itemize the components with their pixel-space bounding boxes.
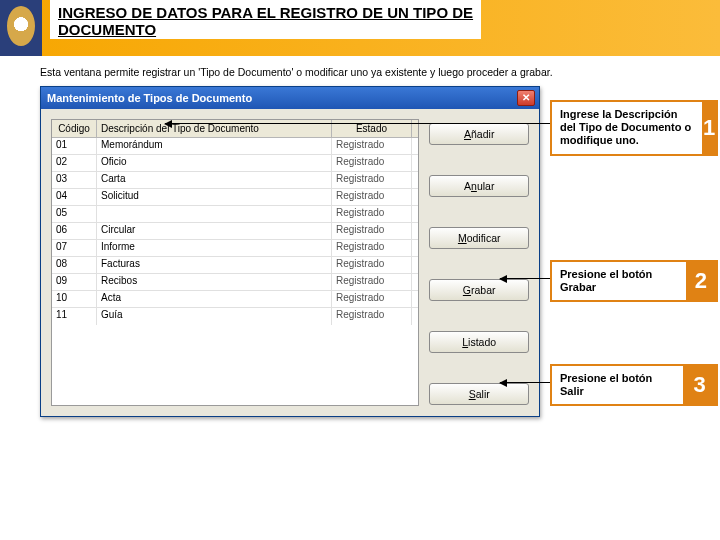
- header-bar: INGRESO DE DATOS PARA EL REGISTRO DE UN …: [0, 0, 720, 56]
- cell-codigo: 06: [52, 223, 97, 239]
- callout-1: Ingrese la Descripción del Tipo de Docum…: [550, 100, 718, 156]
- button-column: Añadir Anular Modificar Grabar Listado S…: [429, 119, 529, 406]
- cell-codigo: 09: [52, 274, 97, 290]
- table-row[interactable]: 10ActaRegistrado: [52, 291, 418, 308]
- callout-2: Presione el botón Grabar 2: [550, 260, 718, 302]
- table-row[interactable]: 03CartaRegistrado: [52, 172, 418, 189]
- cell-codigo: 04: [52, 189, 97, 205]
- adicionar-button[interactable]: Añadir: [429, 123, 529, 145]
- cell-desc: Guía: [97, 308, 332, 325]
- arrow-to-salir: [500, 382, 550, 383]
- callout-3: Presione el botón Salir 3: [550, 364, 718, 406]
- callout-3-text: Presione el botón Salir: [552, 366, 683, 404]
- modificar-button[interactable]: Modificar: [429, 227, 529, 249]
- table-row[interactable]: 04SolicitudRegistrado: [52, 189, 418, 206]
- logo: [0, 0, 42, 56]
- cell-codigo: 07: [52, 240, 97, 256]
- callout-1-text: Ingrese la Descripción del Tipo de Docum…: [552, 102, 702, 154]
- cell-estado: Registrado: [332, 274, 412, 290]
- cell-codigo: 01: [52, 138, 97, 154]
- grabar-button[interactable]: Grabar: [429, 279, 529, 301]
- table-row[interactable]: 06CircularRegistrado: [52, 223, 418, 240]
- arrow-to-desc: [165, 123, 550, 124]
- cell-desc: Carta: [97, 172, 332, 188]
- salir-button[interactable]: Salir: [429, 383, 529, 405]
- cell-codigo: 03: [52, 172, 97, 188]
- cell-estado: Registrado: [332, 240, 412, 256]
- table-row[interactable]: 05Registrado: [52, 206, 418, 223]
- cell-estado: Registrado: [332, 223, 412, 239]
- table-row[interactable]: 09RecibosRegistrado: [52, 274, 418, 291]
- callout-3-num: 3: [683, 366, 716, 404]
- dialog-body: Código Descripción del Tipo de Documento…: [41, 109, 539, 416]
- arrow-to-grabar: [500, 278, 550, 279]
- stage: Mantenimiento de Tipos de Documento ✕ Có…: [40, 86, 680, 432]
- cell-estado: Registrado: [332, 155, 412, 171]
- cell-estado: Registrado: [332, 206, 412, 222]
- cell-desc: Informe: [97, 240, 332, 256]
- cell-codigo: 02: [52, 155, 97, 171]
- page-title-line2: DOCUMENTO: [58, 21, 473, 38]
- cell-estado: Registrado: [332, 172, 412, 188]
- intro-text: Esta ventana permite registrar un 'Tipo …: [0, 56, 720, 86]
- cell-estado: Registrado: [332, 138, 412, 154]
- table-row[interactable]: 01MemorándumRegistrado: [52, 138, 418, 155]
- cell-desc: Oficio: [97, 155, 332, 171]
- page-title-line1: INGRESO DE DATOS PARA EL REGISTRO DE UN …: [58, 4, 473, 21]
- anular-button[interactable]: Anular: [429, 175, 529, 197]
- grid-empty-space: [52, 325, 418, 405]
- cell-desc: Circular: [97, 223, 332, 239]
- callout-1-num: 1: [702, 102, 716, 154]
- cell-desc: Acta: [97, 291, 332, 307]
- cell-codigo: 10: [52, 291, 97, 307]
- listado-button[interactable]: Listado: [429, 331, 529, 353]
- cell-desc: [97, 206, 332, 222]
- callout-2-num: 2: [686, 262, 716, 300]
- cell-desc: Solicitud: [97, 189, 332, 205]
- dialog-window: Mantenimiento de Tipos de Documento ✕ Có…: [40, 86, 540, 417]
- cell-desc: Recibos: [97, 274, 332, 290]
- table-row[interactable]: 08FacturasRegistrado: [52, 257, 418, 274]
- cell-desc: Facturas: [97, 257, 332, 273]
- cell-estado: Registrado: [332, 291, 412, 307]
- cell-estado: Registrado: [332, 189, 412, 205]
- cell-codigo: 05: [52, 206, 97, 222]
- close-icon: ✕: [522, 93, 530, 103]
- dialog-title: Mantenimiento de Tipos de Documento: [47, 92, 252, 104]
- cell-codigo: 11: [52, 308, 97, 325]
- close-button[interactable]: ✕: [517, 90, 535, 106]
- table-row[interactable]: 07InformeRegistrado: [52, 240, 418, 257]
- cell-codigo: 08: [52, 257, 97, 273]
- data-grid[interactable]: Código Descripción del Tipo de Documento…: [51, 119, 419, 406]
- dialog-titlebar[interactable]: Mantenimiento de Tipos de Documento ✕: [41, 87, 539, 109]
- cell-estado: Registrado: [332, 308, 412, 325]
- cell-estado: Registrado: [332, 257, 412, 273]
- callout-2-text: Presione el botón Grabar: [552, 262, 686, 300]
- table-row[interactable]: 02OficioRegistrado: [52, 155, 418, 172]
- col-header-codigo[interactable]: Código: [52, 120, 97, 137]
- cell-desc: Memorándum: [97, 138, 332, 154]
- table-row[interactable]: 11GuíaRegistrado: [52, 308, 418, 325]
- title-box: INGRESO DE DATOS PARA EL REGISTRO DE UN …: [50, 0, 481, 39]
